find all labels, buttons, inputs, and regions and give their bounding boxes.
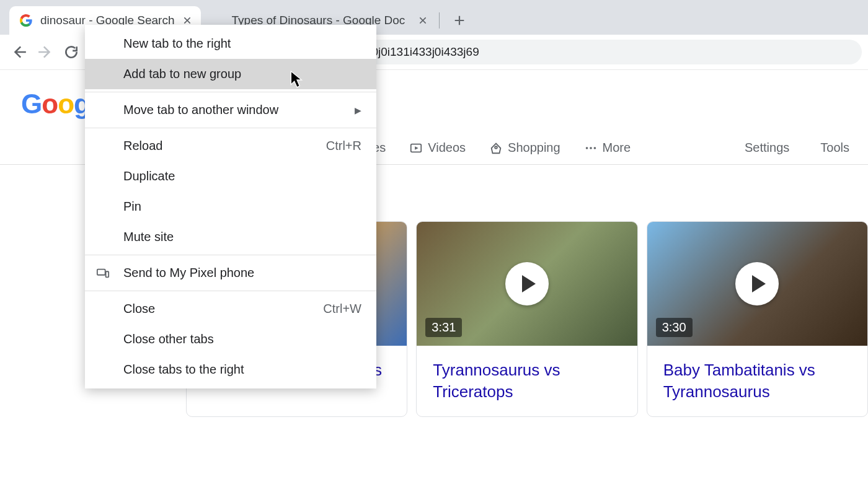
menu-send-to-phone[interactable]: Send to My Pixel phone: [85, 258, 376, 288]
menu-separator: [85, 255, 376, 255]
video-thumbnail: 3:30: [647, 222, 867, 346]
svg-rect-6: [106, 271, 109, 277]
video-title: Baby Tambatitanis vs Tyrannosaurus: [647, 346, 867, 416]
close-tab-icon[interactable]: [417, 14, 429, 27]
shortcut-label: Ctrl+W: [323, 302, 361, 316]
tools-link[interactable]: Tools: [820, 141, 849, 155]
menu-reload[interactable]: Reload Ctrl+R: [85, 131, 376, 161]
chevron-right-icon: ▶: [355, 105, 361, 115]
google-favicon: [19, 14, 33, 27]
menu-new-tab-right[interactable]: New tab to the right: [85, 29, 376, 59]
svg-rect-5: [97, 269, 105, 274]
menu-close-right[interactable]: Close tabs to the right: [85, 354, 376, 385]
svg-point-2: [585, 147, 588, 149]
new-tab-button[interactable]: [448, 9, 471, 32]
search-tab-more[interactable]: More: [584, 132, 631, 164]
back-button[interactable]: [6, 39, 32, 65]
video-duration: 3:31: [425, 318, 462, 337]
svg-point-1: [495, 146, 497, 149]
video-title: Tyrannosaurus vs Triceratops: [417, 346, 637, 416]
cursor-icon: [290, 71, 304, 89]
svg-point-3: [590, 147, 592, 149]
menu-separator: [85, 128, 376, 128]
reload-button[interactable]: [58, 39, 84, 65]
menu-close-other[interactable]: Close other tabs: [85, 324, 376, 354]
menu-close[interactable]: Close Ctrl+W: [85, 294, 376, 324]
menu-mute-site[interactable]: Mute site: [85, 222, 376, 252]
menu-separator: [85, 291, 376, 291]
menu-add-tab-to-group[interactable]: Add tab to new group: [85, 59, 376, 89]
settings-link[interactable]: Settings: [745, 141, 789, 155]
devices-icon: [96, 266, 110, 280]
video-thumbnail: 3:31: [417, 222, 637, 346]
shortcut-label: Ctrl+R: [326, 139, 361, 153]
search-tab-shopping[interactable]: Shopping: [489, 132, 560, 164]
svg-point-4: [593, 147, 596, 149]
tab-context-menu: New tab to the right Add tab to new grou…: [85, 25, 376, 388]
menu-duplicate[interactable]: Duplicate: [85, 161, 376, 191]
video-card[interactable]: 3:31 Tyrannosaurus vs Triceratops: [416, 221, 637, 417]
menu-pin[interactable]: Pin: [85, 191, 376, 222]
video-card[interactable]: 3:30 Baby Tambatitanis vs Tyrannosaurus: [647, 221, 868, 417]
tab-divider: [439, 12, 440, 29]
video-duration: 3:30: [656, 318, 693, 337]
menu-move-tab-window[interactable]: Move tab to another window ▶: [85, 95, 376, 125]
forward-button[interactable]: [32, 39, 58, 65]
play-icon: [505, 262, 549, 305]
play-icon: [735, 262, 779, 305]
search-tab-videos[interactable]: Videos: [409, 132, 466, 164]
menu-separator: [85, 92, 376, 92]
